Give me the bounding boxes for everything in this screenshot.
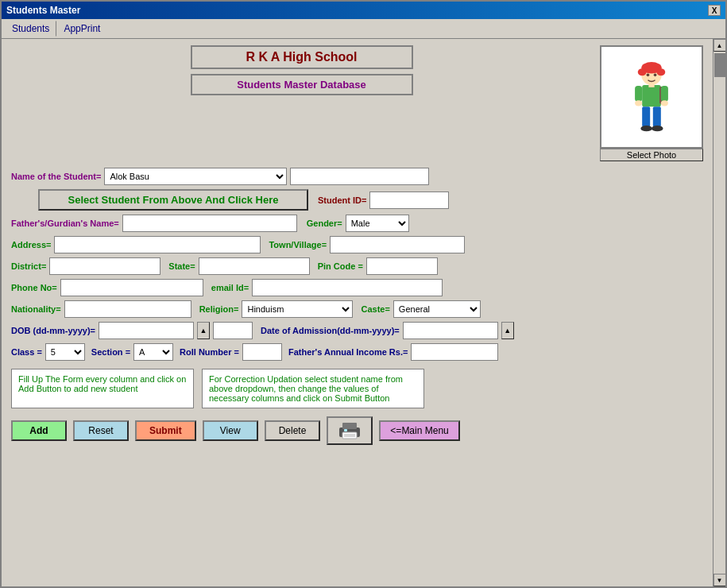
admission-spin-button[interactable]: ▲	[501, 322, 514, 339]
title-bar: Students Master X	[2, 2, 725, 19]
svg-point-12	[661, 100, 668, 106]
row-district: District= Hooghly State= West Bengal Pin…	[11, 257, 703, 275]
main-content: R K A High School Students Master Databa…	[2, 39, 713, 451]
main-window: Students Master X Students AppPrint R K …	[0, 0, 727, 588]
svg-point-16	[652, 126, 663, 131]
row-select-student: Select Student From Above And Click Here…	[11, 189, 703, 211]
town-label: Town/Village=	[269, 240, 327, 250]
svg-rect-20	[344, 429, 347, 431]
pin-input[interactable]: 712235	[366, 257, 438, 275]
row-address: Address= 75 Criper Road Town/Village= Ko…	[11, 236, 703, 253]
note-add: Fill Up The Form every column and click …	[11, 369, 194, 408]
phone-input[interactable]: 7765434212	[60, 279, 203, 296]
select-photo-button[interactable]: Select Photo	[600, 149, 703, 161]
print-button[interactable]	[327, 416, 373, 445]
row-phone: Phone No= 7765434212 email Id= ghoraj@gm…	[11, 279, 703, 296]
admission-label: Date of Admission(dd-mm-yyyy)=	[261, 326, 400, 335]
district-input[interactable]: Hooghly	[49, 257, 160, 275]
svg-rect-19	[342, 432, 357, 439]
roll-label: Roll Number =	[180, 347, 239, 357]
svg-point-5	[654, 73, 657, 76]
photo-box	[600, 45, 703, 149]
religion-dropdown[interactable]: Hinduism Islam Christianity Sikhism	[242, 300, 353, 318]
delete-button[interactable]: Delete	[265, 420, 321, 441]
student-id-label: Student ID=	[318, 195, 366, 205]
roll-input[interactable]: 1	[242, 343, 282, 361]
select-student-button[interactable]: Select Student From Above And Click Here	[38, 189, 308, 211]
row-dob: DOB (dd-mm-yyyy)= 02-01-2011 ▲ 11 Date o…	[11, 322, 703, 339]
row-father-name: Father's/Gurdian's Name= Gora Chand Sark…	[11, 215, 703, 232]
view-button[interactable]: View	[203, 420, 258, 441]
dob-spin-button[interactable]: ▲	[197, 322, 210, 339]
district-label: District=	[11, 261, 46, 271]
buttons-row: Add Reset Submit View Delete	[11, 416, 703, 445]
menu-students[interactable]: Students	[5, 21, 56, 37]
student-photo	[601, 56, 702, 147]
student-id-input[interactable]: 202210004	[369, 191, 449, 209]
caste-label: Caste=	[361, 304, 389, 314]
svg-rect-7	[648, 83, 654, 87]
school-name: R K A High School	[191, 45, 413, 69]
window-title: Students Master	[6, 5, 80, 16]
caste-dropdown[interactable]: General OBC SC ST	[393, 300, 481, 318]
svg-rect-6	[642, 85, 661, 106]
section-dropdown[interactable]: ABCD	[133, 343, 173, 361]
main-menu-button[interactable]: <=Main Menu	[379, 420, 459, 441]
close-button[interactable]: X	[708, 5, 721, 16]
state-label: State=	[168, 261, 195, 271]
class-dropdown[interactable]: 5 1234 678910	[45, 343, 85, 361]
svg-rect-18	[342, 423, 357, 429]
svg-point-2	[638, 68, 647, 75]
row-class: Class = 5 1234 678910 Section = ABCD Rol…	[11, 343, 703, 361]
notes-section: Fill Up The Form every column and click …	[11, 369, 703, 408]
email-label: email Id=	[211, 283, 249, 292]
gender-dropdown[interactable]: Male Female	[346, 215, 409, 232]
svg-rect-10	[661, 86, 668, 102]
address-label: Address=	[11, 240, 51, 250]
state-input[interactable]: West Bengal	[199, 257, 310, 275]
father-name-label: Father's/Gurdian's Name=	[11, 219, 119, 228]
printer-icon	[336, 421, 363, 440]
town-input[interactable]: Konnagar	[330, 236, 465, 253]
religion-label: Religion=	[199, 304, 239, 314]
svg-point-4	[647, 73, 650, 76]
outer-frame: R K A High School Students Master Databa…	[2, 39, 725, 586]
phone-label: Phone No=	[11, 283, 57, 292]
student-name-dropdown[interactable]: Alok Basu	[104, 168, 287, 185]
reset-button[interactable]: Reset	[73, 420, 129, 441]
add-button[interactable]: Add	[11, 420, 67, 441]
svg-rect-14	[653, 106, 661, 126]
scroll-up-button[interactable]: ▲	[713, 39, 726, 52]
admission-input[interactable]: 07-01-2022	[403, 322, 498, 339]
email-input[interactable]: ghoraj@gmail.com	[252, 279, 443, 296]
nationality-label: Nationality=	[11, 304, 61, 314]
student-figure-svg	[624, 62, 679, 141]
db-title: Students Master Database	[191, 74, 413, 95]
scroll-thumb[interactable]	[714, 53, 725, 77]
submit-button[interactable]: Submit	[135, 420, 196, 441]
svg-point-11	[635, 100, 642, 106]
gender-label: Gender=	[307, 219, 342, 228]
note-submit: For Correction Updation select student n…	[202, 369, 424, 408]
nationality-input[interactable]: Indian	[64, 300, 191, 318]
father-name-input[interactable]: Gora Chand Sarkar	[122, 215, 297, 232]
address-input[interactable]: 75 Criper Road	[54, 236, 261, 253]
age-input[interactable]: 11	[213, 322, 253, 339]
income-input[interactable]: 878047	[411, 343, 498, 361]
menu-appprint[interactable]: AppPrint	[56, 21, 107, 37]
row-nationality: Nationality= Indian Religion= Hinduism I…	[11, 300, 703, 318]
dob-input[interactable]: 02-01-2011	[99, 322, 194, 339]
pin-label: Pin Code =	[318, 261, 363, 271]
header-section: R K A High School Students Master Databa…	[11, 45, 703, 161]
svg-rect-9	[635, 86, 642, 102]
photo-path-input[interactable]: C:\SchoolMag\Sh.jpg	[290, 168, 429, 185]
menu-bar: Students AppPrint	[2, 19, 725, 39]
scrollbar: ▲ ▼	[713, 39, 725, 586]
svg-point-3	[656, 68, 665, 75]
content-area: R K A High School Students Master Databa…	[2, 39, 713, 586]
scroll-down-button[interactable]: ▼	[713, 574, 726, 586]
dob-label: DOB (dd-mm-yyyy)=	[11, 326, 95, 335]
svg-point-15	[640, 126, 652, 131]
income-label: Father's Annual Income Rs.=	[288, 347, 408, 357]
school-info: R K A High School Students Master Databa…	[11, 45, 592, 95]
